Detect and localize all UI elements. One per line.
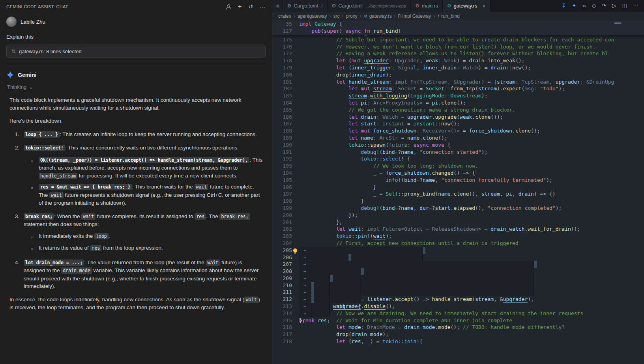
line-number[interactable]: 186 (272, 114, 292, 121)
line-number[interactable]: 185 (272, 106, 292, 114)
line-number[interactable]: 35 (272, 21, 292, 28)
line-number[interactable]: 127 (272, 28, 292, 35)
open-changes-icon[interactable]: ‹› (582, 3, 586, 9)
line-number[interactable]: 188 (272, 127, 292, 134)
line-number[interactable]: 217 (272, 331, 292, 338)
line-number[interactable]: 199 (272, 205, 292, 212)
code-line-127[interactable]: 127 pub(super) async fn run_bind( (272, 28, 644, 35)
code-line-35[interactable]: 35impl Gateway { (272, 21, 644, 28)
line-number[interactable]: 208 (272, 268, 292, 275)
lightbulb-icon[interactable] (293, 248, 297, 252)
code-line-195[interactable]: 195 info!(bind=?name, "connection forcef… (272, 177, 622, 184)
breadcrumb-crates[interactable]: crates (278, 13, 291, 19)
tab-cargo-toml-root[interactable]: ⚙ Cargo.toml ./ (283, 0, 328, 12)
line-number[interactable]: 207 (272, 261, 292, 268)
line-number[interactable]: 178 (272, 57, 292, 64)
tab-gateway-rs[interactable]: ⚙ gateway.rs × (443, 0, 490, 12)
new-chat-icon[interactable]: + (238, 4, 242, 10)
code-line-214[interactable]: 214 // Now we are draining. We need to i… (272, 310, 622, 317)
code-line-206[interactable]: 206→ → → → tokio::select! { (272, 254, 622, 261)
breadcrumb-impl-gateway[interactable]: {} impl Gateway (398, 13, 431, 19)
tab-main-rs[interactable]: ⚙ main.rs (411, 0, 443, 12)
more-actions-icon[interactable]: ⋯ (633, 3, 639, 9)
code-line-194[interactable]: 194 _ = force_shutdown.changed() => { (272, 170, 622, 177)
code-line-205[interactable]: 205→ → → let drain_mode: ReleaseShutdown… (272, 247, 622, 254)
go-forward-icon[interactable]: ↷ (602, 3, 606, 9)
code-line-216[interactable]: 216 let mode: DrainMode = drain_mode.mod… (272, 324, 622, 331)
line-number[interactable]: 176 (272, 43, 292, 50)
line-number[interactable]: 193 (272, 162, 292, 170)
code-line-182[interactable]: 182 let mut stream: Socket = Socket::fro… (272, 85, 622, 92)
code-line-201[interactable]: 201 }; (272, 219, 622, 226)
code-line-179[interactable]: 179 let (inner_trigger: Signal, inner_dr… (272, 64, 622, 71)
line-number[interactable]: 180 (272, 71, 292, 78)
line-number[interactable]: 175 (272, 36, 292, 43)
code-line-192[interactable]: 192 tokio::select! { (272, 155, 622, 162)
code-line-175[interactable]: 175 // Subtle but important: we need to … (272, 36, 622, 43)
line-number[interactable]: 202 (272, 226, 292, 233)
breadcrumb-agentgateway[interactable]: agentgateway (298, 13, 327, 19)
line-number[interactable]: 210 (272, 282, 292, 289)
breadcrumb-run-bind[interactable]: ƒ run_bind (437, 13, 460, 19)
tab-partial[interactable]: nl (272, 0, 283, 12)
line-number[interactable]: 192 (272, 155, 292, 162)
line-number[interactable]: 191 (272, 149, 292, 156)
close-tab-icon[interactable]: × (483, 3, 486, 9)
symbol-outline-icon[interactable]: ◇ (592, 3, 596, 9)
code-line-191[interactable]: 191 debug!(bind=?name, "connection start… (272, 149, 622, 156)
line-number[interactable]: 194 (272, 170, 292, 177)
code-line-203[interactable]: 203 tokio::pin!(wait); (272, 233, 622, 240)
line-number[interactable]: 215 (272, 317, 292, 324)
line-number[interactable]: 187 (272, 120, 292, 127)
line-number[interactable]: 205 (272, 247, 292, 254)
code-line-184[interactable]: 184 let pi: Arc<ProxyInputs> = pi.clone(… (272, 99, 622, 106)
code-line-185[interactable]: 185 // We got the connection; make a str… (272, 106, 622, 114)
breadcrumb-proxy[interactable]: proxy (346, 13, 357, 19)
thinking-toggle[interactable]: Thinking ⌄ (0, 84, 272, 90)
line-number[interactable]: 198 (272, 198, 292, 205)
code-line-176[interactable]: 176 // However, we don't want to block f… (272, 43, 622, 50)
split-editor-icon[interactable]: ◫ (622, 3, 627, 9)
history-icon[interactable]: ↺ (248, 4, 253, 9)
code-line-215[interactable]: 215 // Wait for Min_duration complete AN… (272, 317, 622, 324)
code-line-183[interactable]: 183 stream.with_logging(LoggingMode::Dow… (272, 92, 622, 99)
line-number[interactable]: 182 (272, 85, 292, 92)
line-number[interactable]: 218 (272, 338, 292, 345)
line-number[interactable]: 213 (272, 303, 292, 310)
line-number[interactable]: 211 (272, 289, 292, 296)
line-number[interactable]: 189 (272, 134, 292, 142)
code-line-193[interactable]: 193 // We took too long; shutdown now. (272, 162, 622, 170)
code-line-218[interactable]: 218 let (res, _) = tokio::join!( (272, 338, 622, 345)
account-icon[interactable] (226, 4, 231, 9)
code-line-217[interactable]: 217 drop(drain_mode); (272, 331, 622, 338)
run-file-icon[interactable]: ▷ (612, 3, 616, 9)
line-number[interactable]: 203 (272, 233, 292, 240)
line-number[interactable]: 195 (272, 177, 292, 184)
code-line-207[interactable]: 207→ → → → → Ok((stream, _peer)) = liste… (272, 261, 622, 268)
gemini-sparkle-icon[interactable]: ✦ (572, 3, 576, 9)
line-number[interactable]: 179 (272, 64, 292, 71)
tab-cargo-toml-app[interactable]: ⚙ Cargo.toml …/agentgateway-app (328, 0, 411, 12)
code-line-177[interactable]: 177 // Having a weak reference allows us… (272, 50, 622, 57)
line-number[interactable]: 206 (272, 254, 292, 261)
code-line-198[interactable]: 198 } (272, 198, 622, 205)
code-line-188[interactable]: 188 let mut force_shutdown: Receiver<()>… (272, 127, 622, 134)
line-number[interactable]: 212 (272, 296, 292, 303)
code-line-202[interactable]: 202 let wait: impl Future<Output = Relea… (272, 226, 622, 233)
line-number[interactable]: 184 (272, 99, 292, 106)
code-line-199[interactable]: 199 debug!(bind=?name, dur=?start.elapse… (272, 205, 622, 212)
line-number[interactable]: 181 (272, 78, 292, 86)
more-actions-icon[interactable]: ⋯ (260, 4, 266, 10)
line-number[interactable]: 177 (272, 50, 292, 57)
code-line-187[interactable]: 187 let start: Instant = Instant::now(); (272, 120, 622, 127)
code-line-204[interactable]: 204 // First, accept new connections unt… (272, 240, 622, 247)
selection-context-chip[interactable]: ⇅ gateway.rs: 8 lines selected (6, 45, 266, 58)
code-line-189[interactable]: 189 let name: ArcStr = name.clone(); (272, 134, 622, 142)
code-line-197[interactable]: 197 _ = Self::proxy_bind(name.clone(), s… (272, 190, 622, 198)
line-number[interactable]: 197 (272, 190, 292, 198)
breadcrumb-file[interactable]: ⚙ gateway.rs (364, 13, 392, 19)
line-number[interactable]: 190 (272, 142, 292, 149)
line-number[interactable]: 214 (272, 310, 292, 317)
line-number[interactable]: 201 (272, 219, 292, 226)
line-number[interactable]: 196 (272, 184, 292, 191)
